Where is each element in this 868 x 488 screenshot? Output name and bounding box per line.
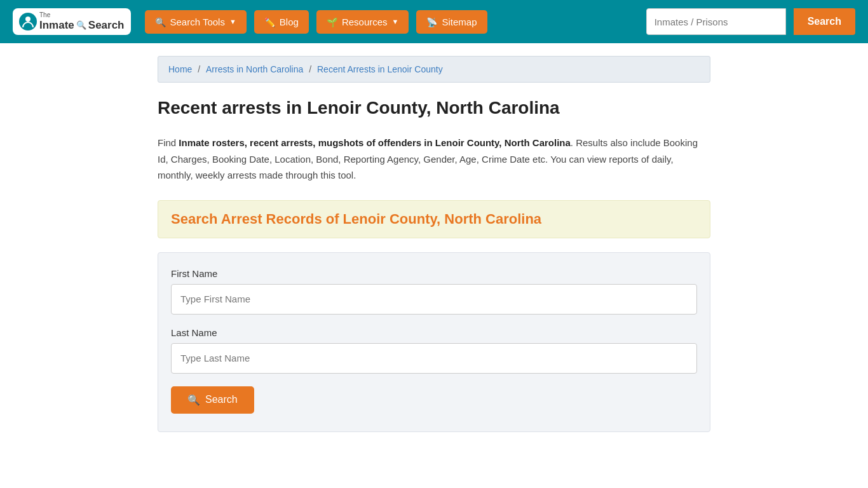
first-name-input[interactable] bbox=[171, 284, 697, 315]
logo-magnifier: 🔍 bbox=[76, 20, 86, 30]
svg-point-0 bbox=[25, 17, 31, 22]
sitemap-button[interactable]: Sitemap bbox=[416, 10, 487, 34]
last-name-label: Last Name bbox=[171, 327, 697, 338]
blog-button[interactable]: Blog bbox=[254, 10, 309, 34]
first-name-group: First Name bbox=[171, 268, 697, 315]
search-section-title-box: Search Arrest Records of Lenoir County, … bbox=[158, 200, 710, 238]
breadcrumb-home[interactable]: Home bbox=[168, 64, 192, 74]
sitemap-label: Sitemap bbox=[442, 17, 477, 27]
breadcrumb-arrests[interactable]: Arrests in North Carolina bbox=[206, 64, 303, 74]
logo[interactable]: The Inmate 🔍 Search bbox=[13, 8, 131, 35]
search-tools-chevron-icon: ▼ bbox=[229, 18, 236, 25]
logo-inmate: Inmate bbox=[39, 19, 74, 32]
main-content: Home / Arrests in North Carolina / Recen… bbox=[148, 43, 720, 458]
breadcrumb-sep2: / bbox=[309, 64, 314, 74]
last-name-input[interactable] bbox=[171, 343, 697, 374]
resources-label: Resources bbox=[342, 17, 388, 27]
blog-icon bbox=[264, 17, 275, 27]
description-prefix: Find bbox=[158, 137, 179, 148]
resources-button[interactable]: Resources ▼ bbox=[316, 10, 409, 34]
header-search-button[interactable]: Search bbox=[794, 8, 855, 35]
first-name-label: First Name bbox=[171, 268, 697, 279]
form-search-icon: 🔍 bbox=[187, 394, 200, 406]
logo-the: The bbox=[39, 11, 125, 19]
blog-label: Blog bbox=[280, 17, 299, 27]
description-bold: Inmate rosters, recent arrests, mugshots… bbox=[179, 137, 571, 148]
search-form: First Name Last Name 🔍 Search bbox=[158, 252, 710, 432]
resources-icon bbox=[327, 17, 337, 27]
header-search-button-label: Search bbox=[808, 16, 841, 27]
page-title: Recent arrests in Lenoir County, North C… bbox=[158, 97, 710, 119]
description: Find Inmate rosters, recent arrests, mug… bbox=[158, 135, 710, 184]
search-tools-icon bbox=[155, 17, 166, 27]
search-tools-button[interactable]: Search Tools ▼ bbox=[145, 10, 247, 34]
resources-chevron-icon: ▼ bbox=[392, 18, 399, 25]
breadcrumb-sep1: / bbox=[198, 64, 203, 74]
header-search-input[interactable] bbox=[646, 8, 786, 35]
search-tools-label: Search Tools bbox=[170, 17, 225, 27]
sitemap-icon bbox=[426, 17, 437, 27]
form-search-button[interactable]: 🔍 Search bbox=[171, 386, 254, 414]
breadcrumb-current[interactable]: Recent Arrests in Lenoir County bbox=[317, 64, 443, 74]
form-search-label: Search bbox=[205, 394, 238, 405]
logo-icon bbox=[19, 13, 37, 30]
search-section-title: Search Arrest Records of Lenoir County, … bbox=[171, 211, 697, 227]
breadcrumb: Home / Arrests in North Carolina / Recen… bbox=[158, 56, 710, 83]
last-name-group: Last Name bbox=[171, 327, 697, 374]
header: The Inmate 🔍 Search Search Tools ▼ Blog … bbox=[0, 0, 868, 43]
logo-search-word: Search bbox=[88, 19, 125, 32]
